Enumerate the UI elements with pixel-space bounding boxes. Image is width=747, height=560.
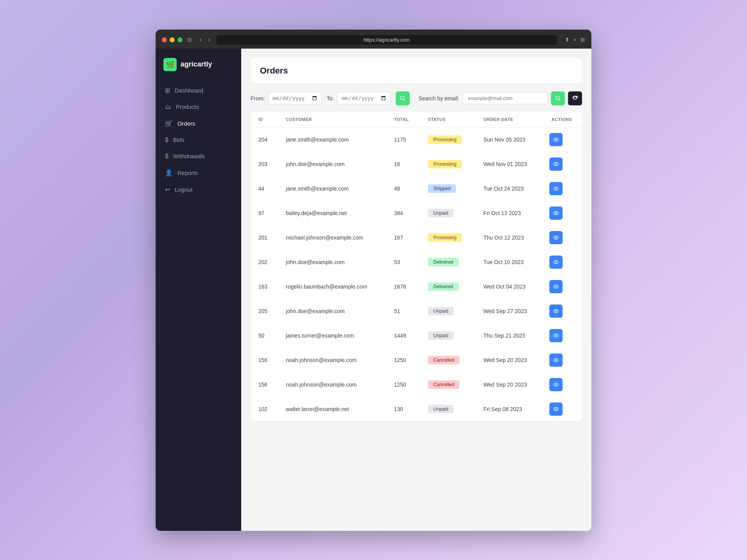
sidebar-item-label: Dashboard	[175, 87, 203, 94]
view-order-button[interactable]	[549, 280, 563, 293]
view-order-button[interactable]	[549, 304, 563, 318]
cell-total: 51	[386, 299, 420, 323]
cell-total: 1678	[386, 274, 420, 299]
cell-customer: michael.johnson@example.com	[278, 225, 386, 250]
cell-customer: jane.smith@example.com	[278, 127, 386, 152]
view-order-button[interactable]	[549, 354, 563, 367]
view-order-button[interactable]	[549, 329, 563, 342]
page-header: Orders	[251, 58, 582, 84]
forward-button[interactable]: ›	[206, 35, 211, 44]
cell-actions	[542, 348, 582, 372]
logo-text: agricartly	[181, 60, 212, 68]
close-button[interactable]	[162, 37, 167, 42]
eye-icon	[553, 137, 559, 142]
products-icon: 🗂	[165, 103, 171, 110]
cell-actions	[542, 152, 582, 176]
view-order-button[interactable]	[549, 256, 563, 269]
sidebar-toggle-button[interactable]: ⊟	[187, 37, 192, 43]
cell-status: Processing	[420, 152, 475, 176]
cell-order-date: Thu Oct 12 2023	[475, 225, 542, 250]
status-badge: Unpaid	[428, 331, 454, 340]
status-badge: Cancelled	[428, 380, 459, 389]
browser-window: ⊟ ‹ › https://agricartly.com ⬆ + ⊞ 🌿 agr…	[156, 30, 591, 531]
table-row: 156 noah.johnson@example.com 1250 Cancel…	[251, 348, 582, 372]
cell-order-date: Fri Oct 13 2023	[475, 201, 542, 225]
date-search-button[interactable]	[396, 91, 410, 105]
cell-customer: noah.johnson@example.com	[278, 348, 386, 372]
maximize-button[interactable]	[177, 37, 182, 42]
sidebar-item-orders[interactable]: 🛒 Orders	[156, 115, 241, 132]
col-id: ID	[251, 112, 278, 128]
cell-order-date: Sun Nov 05 2023	[475, 127, 542, 152]
status-badge: Unpaid	[428, 209, 454, 217]
cell-customer: noah.johnson@example.com	[278, 372, 386, 397]
cell-total: 48	[386, 176, 420, 201]
cell-actions	[542, 372, 582, 397]
cell-id: 204	[251, 127, 278, 152]
reset-button[interactable]	[568, 91, 582, 105]
sidebar-item-label: Orders	[177, 120, 195, 127]
logo-area: 🌿 agricartly	[156, 58, 241, 82]
main-content: Orders From: To:	[241, 49, 591, 531]
cell-total: 130	[386, 397, 420, 421]
cell-actions	[542, 250, 582, 274]
share-button[interactable]: ⬆	[565, 37, 570, 43]
withdrawals-icon: $	[165, 153, 168, 160]
cell-status: Cancelled	[420, 348, 475, 372]
cell-id: 201	[251, 225, 278, 250]
sidebar-item-bids[interactable]: $ Bids	[156, 132, 241, 148]
from-date-input[interactable]	[268, 92, 322, 105]
from-date-group: From:	[251, 92, 322, 105]
eye-icon	[553, 259, 559, 265]
sidebar-item-products[interactable]: 🗂 Products	[156, 99, 241, 115]
view-order-button[interactable]	[549, 133, 563, 146]
cell-customer: bailey.deja@example.net	[278, 201, 386, 225]
email-search-label: Search by email:	[419, 95, 459, 102]
extensions-button[interactable]: ⊞	[580, 37, 585, 43]
sidebar-item-dashboard[interactable]: ⊞ Dashboard	[156, 82, 241, 99]
eye-icon	[553, 210, 559, 216]
page-title: Orders	[260, 66, 573, 76]
cell-id: 202	[251, 250, 278, 274]
search-icon	[400, 96, 405, 101]
view-order-button[interactable]	[549, 231, 563, 244]
to-date-input[interactable]	[337, 92, 391, 105]
url-bar[interactable]: https://agricartly.com	[216, 35, 557, 45]
browser-nav: ‹ ›	[198, 35, 212, 44]
eye-icon	[553, 235, 559, 240]
cell-total: 53	[386, 250, 420, 274]
table-header-row: ID CUSTOMER TOTAL STATUS ORDER DATE ACTI…	[251, 112, 582, 128]
new-tab-button[interactable]: +	[573, 37, 577, 43]
url-text: https://agricartly.com	[363, 37, 410, 43]
cell-customer: jane.smith@example.com	[278, 176, 386, 201]
table-row: 205 john.doe@example.com 51 Unpaid Wed S…	[251, 299, 582, 323]
view-order-button[interactable]	[549, 402, 563, 416]
cell-customer: james.turner@example.com	[278, 323, 386, 348]
view-order-button[interactable]	[549, 182, 563, 195]
sidebar-item-label: Withdrawals	[173, 153, 205, 159]
view-order-button[interactable]	[549, 158, 563, 171]
cell-id: 44	[251, 176, 278, 201]
status-badge: Cancelled	[428, 356, 459, 364]
email-search-input[interactable]	[462, 92, 548, 104]
email-search-button[interactable]	[551, 91, 565, 105]
orders-table: ID CUSTOMER TOTAL STATUS ORDER DATE ACTI…	[251, 112, 582, 421]
view-order-button[interactable]	[549, 378, 563, 391]
col-total: TOTAL	[386, 112, 420, 128]
sidebar-item-reports[interactable]: 👤 Reports	[156, 164, 241, 181]
table-row: 44 jane.smith@example.com 48 Shipped Tue…	[251, 176, 582, 201]
sidebar-item-withdrawals[interactable]: $ Withdrawals	[156, 148, 241, 164]
sidebar-item-logout[interactable]: ↩ Logout	[156, 181, 241, 198]
table-row: 97 bailey.deja@example.net 384 Unpaid Fr…	[251, 201, 582, 225]
table-row: 203 john.doe@example.com 16 Processing W…	[251, 152, 582, 176]
cell-status: Delivered	[420, 274, 475, 299]
view-order-button[interactable]	[549, 206, 563, 220]
table-row: 156 noah.johnson@example.com 1250 Cancel…	[251, 372, 582, 397]
back-button[interactable]: ‹	[198, 35, 203, 44]
cell-id: 203	[251, 152, 278, 176]
dashboard-icon: ⊞	[165, 87, 170, 94]
col-actions: ACTIONS	[542, 112, 582, 128]
svg-point-13	[555, 237, 557, 238]
minimize-button[interactable]	[170, 37, 175, 42]
cell-id: 50	[251, 323, 278, 348]
